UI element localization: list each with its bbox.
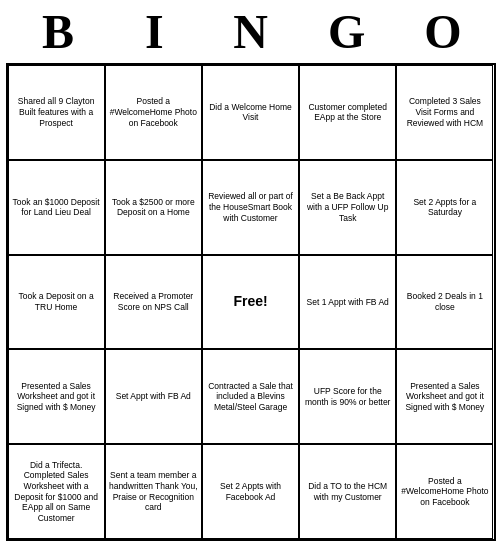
bingo-cell-13[interactable]: Set 1 Appt with FB Ad bbox=[299, 255, 396, 350]
bingo-cell-19[interactable]: Presented a Sales Worksheet and got it S… bbox=[396, 349, 493, 444]
bingo-letter-N: N bbox=[202, 4, 298, 59]
bingo-cell-22[interactable]: Set 2 Appts with Facebook Ad bbox=[202, 444, 299, 539]
bingo-cell-14[interactable]: Booked 2 Deals in 1 close bbox=[396, 255, 493, 350]
bingo-grid: Shared all 9 Clayton Built features with… bbox=[6, 63, 496, 541]
bingo-letter-I: I bbox=[106, 4, 202, 59]
bingo-cell-7[interactable]: Reviewed all or part of the HouseSmart B… bbox=[202, 160, 299, 255]
bingo-cell-3[interactable]: Customer completed EApp at the Store bbox=[299, 65, 396, 160]
bingo-header: BINGO bbox=[0, 0, 501, 63]
bingo-cell-5[interactable]: Took an $1000 Deposit for Land Lieu Deal bbox=[8, 160, 105, 255]
bingo-cell-0[interactable]: Shared all 9 Clayton Built features with… bbox=[8, 65, 105, 160]
bingo-cell-2[interactable]: Did a Welcome Home Visit bbox=[202, 65, 299, 160]
bingo-cell-23[interactable]: Did a TO to the HCM with my Customer bbox=[299, 444, 396, 539]
bingo-letter-O: O bbox=[395, 4, 491, 59]
bingo-letter-B: B bbox=[10, 4, 106, 59]
bingo-cell-10[interactable]: Took a Deposit on a TRU Home bbox=[8, 255, 105, 350]
bingo-cell-20[interactable]: Did a Trifecta. Completed Sales Workshee… bbox=[8, 444, 105, 539]
bingo-cell-18[interactable]: UFP Score for the month is 90% or better bbox=[299, 349, 396, 444]
bingo-cell-24[interactable]: Posted a #WelcomeHome Photo on Facebook bbox=[396, 444, 493, 539]
bingo-cell-15[interactable]: Presented a Sales Worksheet and got it S… bbox=[8, 349, 105, 444]
bingo-cell-12[interactable]: Free! bbox=[202, 255, 299, 350]
bingo-cell-11[interactable]: Received a Promoter Score on NPS Call bbox=[105, 255, 202, 350]
bingo-cell-1[interactable]: Posted a #WelcomeHome Photo on Facebook bbox=[105, 65, 202, 160]
bingo-letter-G: G bbox=[299, 4, 395, 59]
bingo-cell-6[interactable]: Took a $2500 or more Deposit on a Home bbox=[105, 160, 202, 255]
bingo-cell-8[interactable]: Set a Be Back Appt with a UFP Follow Up … bbox=[299, 160, 396, 255]
bingo-cell-4[interactable]: Completed 3 Sales Visit Forms and Review… bbox=[396, 65, 493, 160]
bingo-cell-9[interactable]: Set 2 Appts for a Saturday bbox=[396, 160, 493, 255]
bingo-cell-17[interactable]: Contracted a Sale that included a Blevin… bbox=[202, 349, 299, 444]
bingo-cell-21[interactable]: Sent a team member a handwritten Thank Y… bbox=[105, 444, 202, 539]
bingo-cell-16[interactable]: Set Appt with FB Ad bbox=[105, 349, 202, 444]
